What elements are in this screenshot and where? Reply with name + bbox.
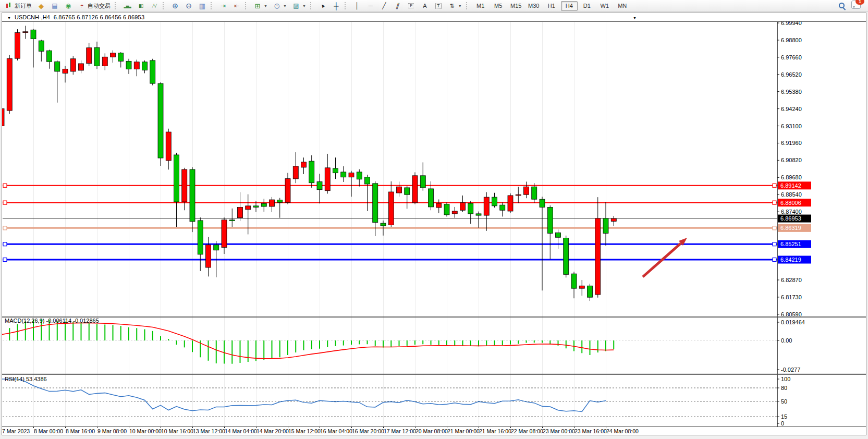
cursor-button[interactable]: [316, 1, 329, 11]
timeframe-mn[interactable]: MN: [614, 1, 631, 11]
price-axis-label: 6.96520: [781, 71, 802, 78]
label-button[interactable]: [432, 1, 445, 11]
timeframe-w1[interactable]: W1: [596, 1, 613, 11]
shapes-icon: [448, 2, 456, 10]
fibonacci-button[interactable]: [405, 1, 418, 11]
line-handle[interactable]: [3, 258, 7, 262]
toolbar-right-tools: 1: [838, 1, 866, 11]
candle: [349, 173, 354, 177]
candle: [63, 69, 68, 73]
chevron-down-icon[interactable]: ▼: [264, 4, 267, 8]
line-handle[interactable]: [773, 184, 776, 187]
chevron-down-icon[interactable]: ▼: [283, 4, 287, 8]
window-marker-icon[interactable]: [633, 14, 637, 20]
vertical-line-button[interactable]: [351, 1, 363, 11]
template-icon: [292, 2, 300, 10]
timeframe-h1[interactable]: H1: [543, 1, 560, 11]
periods-button[interactable]: ▼: [271, 1, 289, 11]
timeframe-m15[interactable]: M15: [508, 1, 524, 11]
chart-canvas[interactable]: 6.999406.988006.976606.965206.953806.942…: [2, 21, 866, 435]
toolbar-grip: [245, 2, 248, 9]
trendline-button[interactable]: [378, 1, 390, 11]
chevron-down-icon[interactable]: ▼: [302, 4, 306, 8]
line-handle[interactable]: [3, 184, 7, 187]
timeframe-m30[interactable]: M30: [525, 1, 542, 11]
price-axis-label: 6.90820: [781, 157, 802, 163]
timeframe-d1[interactable]: D1: [579, 1, 595, 11]
time-axis-label: 20 Mar 08:00: [415, 428, 448, 434]
candles-chart-icon: [5, 2, 13, 10]
horizontal-line-button[interactable]: [364, 1, 377, 11]
toolbar-button-groups: 新订单自动交易▼▼▼▼: [2, 1, 464, 11]
candle: [381, 223, 386, 226]
crosshair-button[interactable]: [330, 1, 343, 11]
line-handle[interactable]: [773, 258, 776, 262]
chat-badge: 1: [855, 0, 864, 5]
toolbar-grip: [466, 2, 469, 9]
candle: [261, 203, 266, 206]
line-chart-button[interactable]: [148, 1, 161, 11]
search-icon[interactable]: [838, 2, 846, 10]
timeframe-h4[interactable]: H4: [561, 1, 578, 11]
signal-icon: [64, 2, 72, 10]
candle: [603, 218, 608, 234]
line-handle[interactable]: [3, 201, 7, 204]
line-handle[interactable]: [773, 242, 776, 246]
channel-icon: [394, 2, 402, 10]
candle: [317, 181, 322, 189]
bar-chart-button[interactable]: [121, 1, 133, 11]
timeframe-m1[interactable]: M1: [472, 1, 489, 11]
candle: [588, 286, 593, 297]
line-handle[interactable]: [3, 226, 7, 230]
candle: [476, 214, 481, 215]
candles-icon: [137, 2, 145, 10]
new-order-button-label: 新订单: [15, 2, 32, 10]
line-handle[interactable]: [773, 226, 776, 230]
line-handle[interactable]: [3, 242, 7, 246]
candlestick-button[interactable]: [135, 1, 147, 11]
rsi-axis-label: 50: [781, 398, 787, 405]
toolbar-grip: [345, 2, 348, 9]
zoom-in-button[interactable]: [169, 1, 181, 11]
auto-scroll-button[interactable]: [217, 1, 229, 11]
signals-button[interactable]: [62, 1, 75, 11]
profile-icon: [51, 2, 59, 10]
candle: [508, 196, 513, 211]
seal-button[interactable]: [35, 1, 47, 11]
macd-label: MACD(12,26,9) -0.006114 -0.012865: [5, 318, 99, 324]
price-line-label-text: 6.85251: [780, 241, 801, 247]
line-handle[interactable]: [773, 201, 776, 204]
candle: [158, 83, 163, 158]
candle: [39, 41, 44, 51]
shapes-button[interactable]: ▼: [446, 1, 464, 11]
crosshair-icon: [332, 2, 340, 10]
candle: [524, 187, 529, 194]
candle: [309, 161, 314, 183]
price-axis-label: 6.87400: [781, 209, 802, 215]
timeframe-m5[interactable]: M5: [490, 1, 507, 11]
chat-button[interactable]: 1: [851, 1, 861, 11]
candle: [365, 177, 370, 184]
tile-windows-button[interactable]: [196, 1, 209, 11]
chevron-down-icon[interactable]: ▼: [458, 4, 462, 8]
profile-button[interactable]: [48, 1, 61, 11]
text-button[interactable]: [419, 1, 431, 11]
indicators-button[interactable]: ▼: [251, 1, 270, 11]
chart-shift-button[interactable]: [230, 1, 243, 11]
toolbar: 新订单自动交易▼▼▼▼ M1M5M15M30H1H4D1W1MN 1: [0, 0, 868, 12]
candle: [492, 197, 497, 206]
time-axis-label: 24 Mar 08:00: [606, 428, 639, 434]
auto-trading-button[interactable]: 自动交易: [76, 1, 113, 11]
channel-button[interactable]: [392, 1, 404, 11]
rsi-axis-label: 100: [781, 376, 790, 382]
time-axis-label: 8 Mar 16:00: [66, 428, 95, 434]
new-order-button[interactable]: 新订单: [3, 1, 34, 11]
auto-scroll-icon: [219, 2, 227, 10]
collapse-triangle-icon[interactable]: [7, 14, 11, 20]
zoom-out-button[interactable]: [182, 1, 195, 11]
candle: [166, 132, 171, 161]
candle: [222, 220, 227, 248]
candle: [55, 62, 60, 71]
templates-button[interactable]: ▼: [290, 1, 308, 11]
time-axis-label: 9 Mar 08:00: [97, 428, 127, 434]
